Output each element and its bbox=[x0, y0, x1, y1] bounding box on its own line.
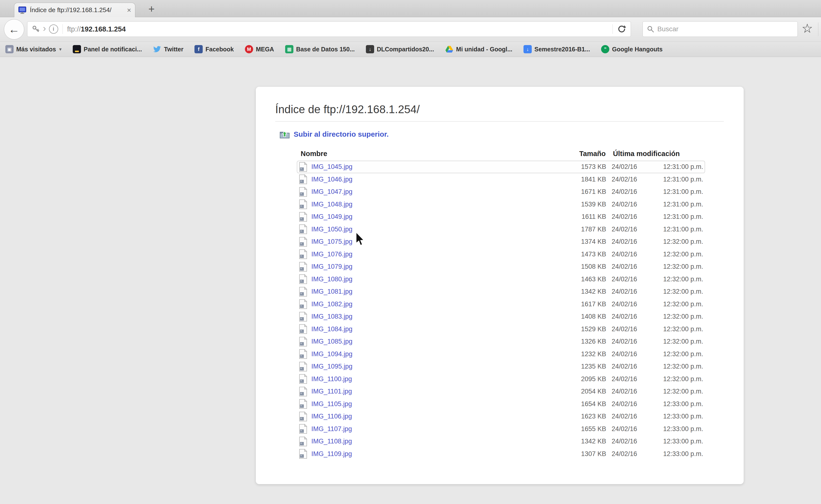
up-directory-link[interactable]: Subir al directorio superior. bbox=[294, 130, 389, 138]
bookmark-semestre[interactable]: ↓ Semestre2016-B1... bbox=[524, 45, 590, 53]
bookmark-label: Panel de notificaci... bbox=[84, 46, 142, 53]
file-link[interactable]: IMG_1079.jpg bbox=[311, 263, 565, 270]
back-arrow-icon: ← bbox=[8, 23, 20, 36]
file-link[interactable]: IMG_1080.jpg bbox=[311, 276, 565, 283]
file-size: 1655 KB bbox=[565, 425, 606, 433]
file-link[interactable]: IMG_1101.jpg bbox=[311, 388, 565, 395]
file-link[interactable]: IMG_1105.jpg bbox=[311, 400, 565, 408]
file-size: 1654 KB bbox=[565, 400, 606, 408]
jpg-file-icon bbox=[299, 199, 311, 209]
jpg-file-icon bbox=[299, 212, 311, 222]
page-title: Índice de ftp://192.168.1.254/ bbox=[275, 103, 724, 122]
file-date: 24/02/16 bbox=[606, 276, 643, 283]
file-size: 1342 KB bbox=[565, 288, 606, 295]
bookmark-google-drive[interactable]: Mi unidad - Googl... bbox=[445, 45, 512, 53]
tab-ftp-index[interactable]: Índice de ftp://192.168.1.254/ × bbox=[14, 3, 135, 17]
file-link[interactable]: IMG_1076.jpg bbox=[311, 251, 565, 258]
file-date: 24/02/16 bbox=[606, 350, 643, 358]
file-size: 1473 KB bbox=[565, 251, 606, 258]
bookmark-label: Base de Datos 150... bbox=[296, 46, 355, 53]
bookmark-most-visited[interactable]: ▣ Más visitados ▾ bbox=[5, 45, 62, 53]
file-link[interactable]: IMG_1048.jpg bbox=[311, 201, 565, 208]
bookmark-facebook[interactable]: f Facebook bbox=[194, 45, 234, 53]
header-tamano[interactable]: Tamaño bbox=[565, 150, 606, 158]
file-row: IMG_1083.jpg 1408 KB 24/02/16 12:32:00 p… bbox=[297, 310, 705, 323]
key-icon[interactable] bbox=[32, 25, 40, 33]
file-size: 1235 KB bbox=[565, 363, 606, 370]
file-link[interactable]: IMG_1107.jpg bbox=[311, 425, 565, 433]
header-nombre[interactable]: Nombre bbox=[301, 150, 565, 158]
new-tab-button[interactable]: + bbox=[148, 3, 155, 15]
dropdown-arrow-icon: ▾ bbox=[59, 46, 62, 52]
url-text[interactable]: ftp://192.168.1.254 bbox=[67, 25, 126, 33]
file-link[interactable]: IMG_1106.jpg bbox=[311, 413, 565, 420]
file-link[interactable]: IMG_1100.jpg bbox=[311, 375, 565, 383]
jpg-file-icon bbox=[299, 362, 311, 372]
file-link[interactable]: IMG_1075.jpg bbox=[311, 238, 565, 245]
jpg-file-icon bbox=[299, 424, 311, 434]
bookmark-panel-notificaciones[interactable]: ▂ Panel de notificaci... bbox=[73, 45, 142, 53]
page-background: Índice de ftp://192.168.1.254/ Subir al … bbox=[0, 57, 821, 504]
bookmark-mega[interactable]: M MEGA bbox=[245, 45, 274, 53]
file-link[interactable]: IMG_1085.jpg bbox=[311, 338, 565, 345]
bookmark-star-icon[interactable]: ☆ bbox=[802, 21, 813, 36]
browser-window: Índice de ftp://192.168.1.254/ × + ← › bbox=[0, 0, 821, 504]
file-time: 12:32:00 p.m. bbox=[643, 388, 703, 395]
site-info-icon[interactable]: i bbox=[49, 24, 58, 34]
file-link[interactable]: IMG_1050.jpg bbox=[311, 226, 565, 233]
file-link[interactable]: IMG_1045.jpg bbox=[311, 163, 565, 171]
jpg-file-icon bbox=[299, 299, 311, 309]
file-link[interactable]: IMG_1108.jpg bbox=[311, 438, 565, 445]
bookmark-label: Facebook bbox=[205, 46, 234, 53]
header-ultima-modificacion[interactable]: Última modificación bbox=[606, 150, 703, 158]
folder-up-icon bbox=[279, 130, 290, 139]
file-link[interactable]: IMG_1084.jpg bbox=[311, 325, 565, 333]
reload-icon[interactable] bbox=[617, 24, 626, 34]
tab-close-icon[interactable]: × bbox=[127, 7, 131, 14]
jpg-file-icon bbox=[299, 324, 311, 334]
file-row: IMG_1079.jpg 1508 KB 24/02/16 12:32:00 p… bbox=[297, 260, 705, 273]
file-date: 24/02/16 bbox=[606, 238, 643, 245]
file-date: 24/02/16 bbox=[606, 251, 643, 258]
file-size: 1342 KB bbox=[565, 438, 606, 445]
bookmark-hangouts[interactable]: ” Google Hangouts bbox=[601, 45, 662, 53]
jpg-file-icon bbox=[299, 386, 311, 397]
tab-title: Índice de ftp://192.168.1.254/ bbox=[30, 6, 123, 14]
jpg-file-icon bbox=[299, 287, 311, 297]
file-size: 1232 KB bbox=[565, 350, 606, 358]
bookmark-dlcompartidos[interactable]: ↓ DLCompartidos20... bbox=[366, 45, 434, 53]
file-link[interactable]: IMG_1049.jpg bbox=[311, 213, 565, 221]
file-time: 12:32:00 p.m. bbox=[643, 276, 703, 283]
file-date: 24/02/16 bbox=[606, 300, 643, 308]
back-button[interactable]: ← bbox=[4, 19, 24, 39]
bookmarks-bar: ▣ Más visitados ▾ ▂ Panel de notificaci.… bbox=[0, 42, 821, 57]
file-row: IMG_1081.jpg 1342 KB 24/02/16 12:32:00 p… bbox=[297, 285, 705, 298]
bookmark-base-de-datos[interactable]: ▦ Base de Datos 150... bbox=[285, 45, 355, 53]
file-link[interactable]: IMG_1083.jpg bbox=[311, 313, 565, 320]
file-date: 24/02/16 bbox=[606, 163, 643, 171]
url-host: 192.168.1.254 bbox=[81, 25, 126, 33]
facebook-icon: f bbox=[194, 45, 203, 53]
file-link[interactable]: IMG_1095.jpg bbox=[311, 363, 565, 370]
search-bar[interactable]: Buscar bbox=[643, 21, 798, 37]
base-de-datos-icon: ▦ bbox=[285, 45, 293, 53]
url-scheme: ftp:// bbox=[67, 25, 81, 33]
file-time: 12:33:00 p.m. bbox=[643, 450, 703, 458]
file-time: 12:32:00 p.m. bbox=[643, 350, 703, 358]
file-link[interactable]: IMG_1046.jpg bbox=[311, 176, 565, 183]
file-row: IMG_1082.jpg 1617 KB 24/02/16 12:32:00 p… bbox=[297, 298, 705, 311]
file-link[interactable]: IMG_1109.jpg bbox=[311, 450, 565, 458]
bookmark-twitter[interactable]: Twitter bbox=[153, 45, 183, 53]
chevron-right-icon: › bbox=[43, 23, 46, 34]
file-size: 2095 KB bbox=[565, 375, 606, 383]
jpg-file-icon bbox=[299, 436, 311, 447]
file-link[interactable]: IMG_1094.jpg bbox=[311, 350, 565, 358]
file-date: 24/02/16 bbox=[606, 400, 643, 408]
jpg-file-icon bbox=[299, 224, 311, 234]
file-time: 12:33:00 p.m. bbox=[643, 400, 703, 408]
file-link[interactable]: IMG_1081.jpg bbox=[311, 288, 565, 295]
file-link[interactable]: IMG_1082.jpg bbox=[311, 300, 565, 308]
address-bar[interactable]: › i ftp://192.168.1.254 bbox=[27, 21, 631, 37]
file-link[interactable]: IMG_1047.jpg bbox=[311, 188, 565, 196]
bookmark-label: Mi unidad - Googl... bbox=[456, 46, 512, 53]
